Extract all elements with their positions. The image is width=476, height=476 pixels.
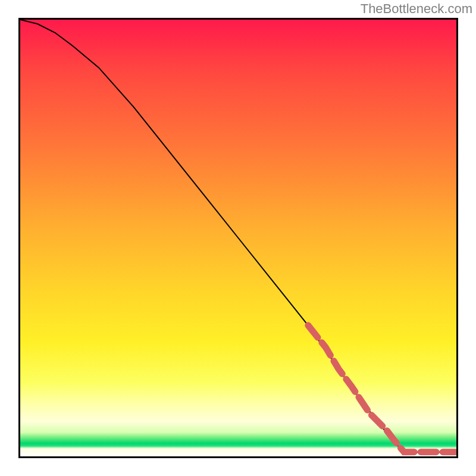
plot-area — [18, 18, 458, 458]
curve-layer — [20, 20, 456, 456]
highlight-segment-line — [308, 325, 456, 452]
main-curve-line — [20, 20, 456, 452]
chart-stage: TheBottleneck.com — [0, 0, 476, 476]
watermark-text: TheBottleneck.com — [361, 1, 472, 17]
